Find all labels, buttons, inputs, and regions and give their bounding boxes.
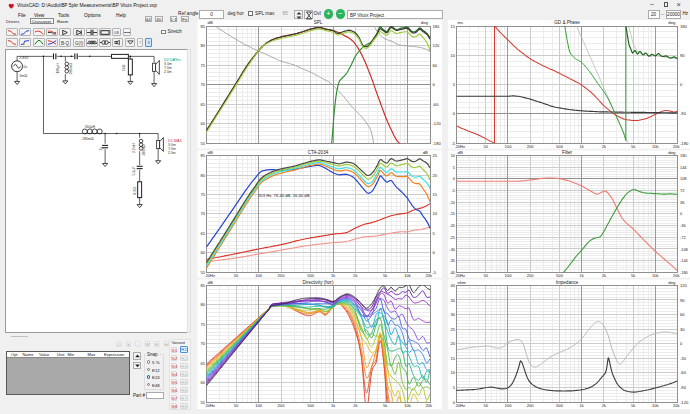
svg-text:10: 10 (450, 370, 455, 375)
svg-text:20k: 20k (425, 403, 433, 408)
svg-text:200: 200 (527, 403, 535, 408)
svg-text:20k: 20k (425, 273, 433, 278)
svg-text:20Hz: 20Hz (206, 403, 216, 408)
svg-text:-20: -20 (449, 223, 455, 228)
svg-text:GD & Phase: GD & Phase (554, 20, 580, 25)
svg-text:80: 80 (200, 302, 205, 307)
svg-text:20: 20 (433, 173, 438, 178)
svg-text:65: 65 (200, 231, 205, 236)
svg-text:-5: -5 (452, 188, 455, 193)
svg-text:80: 80 (200, 43, 205, 48)
svg-text:180: 180 (680, 153, 687, 158)
svg-text:10: 10 (433, 211, 438, 216)
svg-text:100: 100 (505, 273, 513, 278)
svg-text:50: 50 (234, 273, 239, 278)
svg-text:50: 50 (484, 144, 489, 149)
svg-text:-60: -60 (680, 370, 687, 375)
svg-text:80: 80 (200, 173, 205, 178)
svg-text:20: 20 (450, 341, 455, 346)
svg-text:SPL: SPL (314, 20, 323, 25)
svg-text:15: 15 (450, 356, 455, 361)
svg-text:60: 60 (200, 380, 205, 385)
svg-text:500: 500 (556, 273, 564, 278)
svg-text:20k: 20k (673, 144, 681, 149)
svg-text:180: 180 (433, 24, 441, 29)
svg-text:deg: deg (668, 150, 676, 155)
svg-text:-144: -144 (680, 258, 689, 263)
svg-text:70: 70 (200, 211, 205, 216)
svg-text:100: 100 (505, 144, 513, 149)
svg-text:-120: -120 (433, 121, 442, 126)
svg-text:72: 72 (680, 188, 684, 193)
svg-text:75: 75 (200, 192, 205, 197)
svg-text:5: 5 (453, 165, 455, 170)
svg-text:dB: dB (458, 150, 463, 155)
svg-text:dB: dB (208, 20, 213, 25)
svg-text:20k: 20k (673, 273, 681, 278)
svg-text:25: 25 (433, 153, 438, 158)
svg-text:200: 200 (527, 273, 535, 278)
svg-text:-25: -25 (449, 235, 455, 240)
svg-text:-30: -30 (449, 247, 455, 252)
svg-text:100: 100 (255, 273, 263, 278)
svg-text:10k: 10k (652, 144, 660, 149)
svg-text:20Hz: 20Hz (206, 273, 216, 278)
svg-text:10k: 10k (652, 403, 660, 408)
svg-text:203 Hz, 76.40 dB, 16.40 dB: 203 Hz, 76.40 dB, 16.40 dB (258, 193, 310, 198)
svg-text:90: 90 (680, 298, 685, 303)
svg-text:70: 70 (200, 341, 205, 346)
svg-text:Filter: Filter (562, 150, 573, 155)
svg-text:60: 60 (433, 63, 438, 68)
svg-text:200: 200 (278, 403, 286, 408)
svg-text:75: 75 (200, 63, 205, 68)
svg-text:-60: -60 (433, 102, 440, 107)
svg-text:-108: -108 (680, 247, 688, 252)
svg-text:85: 85 (200, 24, 205, 29)
svg-text:100: 100 (255, 403, 263, 408)
svg-text:30: 30 (450, 312, 455, 317)
svg-text:ms: ms (458, 20, 464, 25)
svg-text:ohm: ohm (458, 280, 467, 285)
svg-text:Directivity (hor): Directivity (hor) (303, 280, 334, 285)
svg-text:65: 65 (200, 102, 205, 107)
svg-text:40: 40 (450, 283, 455, 288)
svg-text:60: 60 (680, 312, 685, 317)
svg-text:20Hz: 20Hz (456, 144, 466, 149)
svg-text:200: 200 (527, 144, 535, 149)
svg-text:-180: -180 (680, 141, 689, 146)
svg-text:50: 50 (234, 403, 239, 408)
svg-text:70: 70 (200, 82, 205, 87)
svg-text:144: 144 (680, 165, 687, 170)
svg-text:CTA-2034: CTA-2034 (308, 150, 329, 155)
svg-text:20Hz: 20Hz (456, 403, 466, 408)
svg-text:-72: -72 (680, 235, 686, 240)
svg-text:deg: deg (421, 20, 429, 25)
svg-text:dB: dB (208, 150, 213, 155)
svg-text:10k: 10k (652, 273, 660, 278)
svg-text:180: 180 (680, 24, 688, 29)
svg-text:-90: -90 (680, 385, 687, 390)
svg-text:10k: 10k (404, 273, 412, 278)
svg-text:25: 25 (450, 327, 455, 332)
svg-text:-180: -180 (433, 141, 442, 146)
svg-text:60: 60 (200, 121, 205, 126)
svg-text:500: 500 (556, 403, 564, 408)
svg-text:35: 35 (450, 298, 455, 303)
svg-text:-36: -36 (680, 223, 686, 228)
svg-text:deg: deg (668, 280, 676, 285)
svg-text:120: 120 (433, 43, 441, 48)
svg-text:36: 36 (680, 200, 684, 205)
svg-text:15: 15 (433, 192, 438, 197)
svg-text:deg: deg (668, 20, 676, 25)
svg-text:Impedance: Impedance (556, 280, 579, 285)
svg-text:85: 85 (200, 283, 205, 288)
svg-text:dB: dB (208, 280, 213, 285)
svg-text:75: 75 (200, 322, 205, 327)
svg-text:500: 500 (307, 273, 315, 278)
svg-text:20k: 20k (673, 403, 681, 408)
svg-text:20Hz: 20Hz (456, 273, 466, 278)
svg-text:55: 55 (200, 141, 205, 146)
svg-text:-35: -35 (449, 258, 455, 263)
svg-text:30: 30 (680, 327, 685, 332)
svg-text:50: 50 (484, 273, 489, 278)
